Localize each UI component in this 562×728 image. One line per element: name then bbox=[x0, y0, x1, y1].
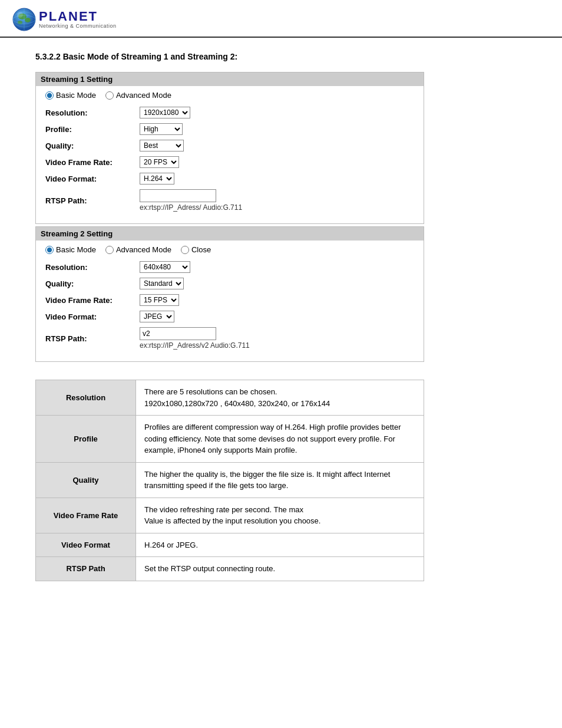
streaming2-format-row: Video Format: JPEG H.264 bbox=[45, 311, 414, 322]
streaming1-format-label: Video Format: bbox=[45, 174, 140, 183]
logo-globe-icon bbox=[12, 7, 37, 32]
streaming2-framerate-label: Video Frame Rate: bbox=[45, 296, 140, 305]
info-table-row: ResolutionThere are 5 resolutions can be… bbox=[36, 380, 424, 416]
logo: PLANET Networking & Communication bbox=[12, 7, 117, 32]
streaming1-basic-mode-radio[interactable] bbox=[45, 91, 54, 100]
info-table-desc-cell: The higher the quality is, the bigger th… bbox=[136, 462, 424, 498]
streaming1-rtsp-input[interactable] bbox=[140, 189, 216, 202]
streaming2-resolution-select[interactable]: 640x480 1920x1080 1280x720 320x240 176x1… bbox=[140, 261, 190, 273]
streaming1-quality-label: Quality: bbox=[45, 141, 140, 150]
info-table-label-cell: RTSP Path bbox=[36, 557, 136, 581]
info-table-desc-cell: Profiles are different compression way o… bbox=[136, 416, 424, 463]
streaming1-resolution-select[interactable]: 1920x1080 1280x720 640x480 320x240 176x1… bbox=[140, 107, 190, 118]
page-title: 5.3.2.2 Basic Mode of Streaming 1 and St… bbox=[35, 52, 527, 61]
info-table-row: QualityThe higher the quality is, the bi… bbox=[36, 462, 424, 498]
streaming1-basic-mode-label: Basic Mode bbox=[56, 91, 96, 100]
streaming2-resolution-row: Resolution: 640x480 1920x1080 1280x720 3… bbox=[45, 261, 414, 273]
info-table-desc-cell: H.264 or JPEG. bbox=[136, 533, 424, 557]
main-content: 5.3.2.2 Basic Mode of Streaming 1 and St… bbox=[0, 38, 562, 595]
streaming1-profile-row: Profile: High Main Baseline bbox=[45, 123, 414, 135]
streaming2-quality-select[interactable]: Standard Best High Low bbox=[140, 278, 184, 289]
streaming1-advanced-mode-label: Advanced Mode bbox=[116, 91, 171, 100]
streaming1-framerate-row: Video Frame Rate: 20 FPS 15 FPS 10 FPS 5… bbox=[45, 156, 414, 168]
streaming1-resolution-label: Resolution: bbox=[45, 108, 140, 117]
streaming2-advanced-mode-label: Advanced Mode bbox=[116, 245, 171, 254]
streaming1-header: Streaming 1 Setting bbox=[36, 73, 424, 86]
svg-point-7 bbox=[17, 12, 23, 18]
logo-planet-label: PLANET bbox=[39, 10, 117, 23]
streaming2-quality-row: Quality: Standard Best High Low bbox=[45, 278, 414, 289]
streaming2-panel: Streaming 2 Setting Basic Mode Advanced … bbox=[35, 226, 424, 362]
logo-text: PLANET Networking & Communication bbox=[39, 10, 117, 29]
streaming2-header: Streaming 2 Setting bbox=[36, 227, 424, 241]
streaming2-quality-label: Quality: bbox=[45, 279, 140, 288]
streaming1-profile-select[interactable]: High Main Baseline bbox=[140, 123, 183, 135]
header: PLANET Networking & Communication bbox=[0, 0, 562, 38]
streaming2-advanced-mode-radio[interactable] bbox=[105, 246, 114, 254]
streaming2-close-mode-radio[interactable] bbox=[181, 246, 189, 254]
info-table-desc-cell: There are 5 resolutions can be chosen.19… bbox=[136, 380, 424, 416]
info-table-row: Video Frame RateThe video refreshing rat… bbox=[36, 498, 424, 533]
streaming1-quality-select[interactable]: Best High Standard Low bbox=[140, 140, 184, 151]
streaming1-quality-row: Quality: Best High Standard Low bbox=[45, 140, 414, 151]
streaming1-body: Basic Mode Advanced Mode Resolution: 192… bbox=[36, 86, 424, 223]
streaming1-rtsp-row: RTSP Path: ex:rtsp://IP_Adress/ Audio:G.… bbox=[45, 189, 414, 212]
streaming1-panel: Streaming 1 Setting Basic Mode Advanced … bbox=[35, 72, 424, 224]
streaming2-advanced-mode-option[interactable]: Advanced Mode bbox=[105, 245, 171, 254]
streaming2-format-label: Video Format: bbox=[45, 312, 140, 321]
info-table-desc-cell: Set the RTSP output connecting route. bbox=[136, 557, 424, 581]
streaming2-body: Basic Mode Advanced Mode Close Resolutio… bbox=[36, 241, 424, 361]
streaming2-rtsp-hint: ex:rtsp://IP_Adress/v2 Audio:G.711 bbox=[140, 341, 250, 350]
streaming2-close-mode-option[interactable]: Close bbox=[181, 245, 211, 254]
info-table-label-cell: Video Format bbox=[36, 533, 136, 557]
streaming1-format-row: Video Format: H.264 JPEG bbox=[45, 173, 414, 185]
streaming2-rtsp-inner bbox=[140, 327, 250, 340]
streaming2-basic-mode-radio[interactable] bbox=[45, 246, 54, 254]
streaming1-basic-mode-option[interactable]: Basic Mode bbox=[45, 91, 96, 100]
streaming2-rtsp-input[interactable] bbox=[140, 327, 216, 340]
streaming2-rtsp-row: RTSP Path: ex:rtsp://IP_Adress/v2 Audio:… bbox=[45, 327, 414, 350]
streaming1-advanced-mode-option[interactable]: Advanced Mode bbox=[105, 91, 171, 100]
info-table-desc-cell: The video refreshing rate per second. Th… bbox=[136, 498, 424, 533]
info-table-row: Video FormatH.264 or JPEG. bbox=[36, 533, 424, 557]
streaming2-resolution-label: Resolution: bbox=[45, 263, 140, 272]
streaming2-rtsp-label: RTSP Path: bbox=[45, 334, 140, 343]
streaming1-format-select[interactable]: H.264 JPEG bbox=[140, 173, 174, 185]
streaming2-basic-mode-option[interactable]: Basic Mode bbox=[45, 245, 96, 254]
info-table-row: RTSP PathSet the RTSP output connecting … bbox=[36, 557, 424, 581]
streaming2-format-select[interactable]: JPEG H.264 bbox=[140, 311, 174, 322]
info-table: ResolutionThere are 5 resolutions can be… bbox=[35, 380, 424, 581]
streaming1-resolution-row: Resolution: 1920x1080 1280x720 640x480 3… bbox=[45, 107, 414, 118]
streaming1-advanced-mode-radio[interactable] bbox=[105, 91, 114, 100]
streaming1-rtsp-inner bbox=[140, 189, 242, 202]
logo-subtitle-label: Networking & Communication bbox=[39, 23, 117, 29]
streaming2-basic-mode-label: Basic Mode bbox=[56, 245, 96, 254]
streaming2-framerate-select[interactable]: 15 FPS 20 FPS 10 FPS 5 FPS bbox=[140, 294, 179, 306]
streaming2-mode-row: Basic Mode Advanced Mode Close bbox=[45, 245, 414, 255]
streaming1-profile-label: Profile: bbox=[45, 125, 140, 134]
info-table-label-cell: Video Frame Rate bbox=[36, 498, 136, 533]
streaming1-rtsp-label: RTSP Path: bbox=[45, 196, 140, 205]
info-table-row: ProfileProfiles are different compressio… bbox=[36, 416, 424, 463]
info-table-label-cell: Quality bbox=[36, 462, 136, 498]
streaming1-rtsp-content: ex:rtsp://IP_Adress/ Audio:G.711 bbox=[140, 189, 242, 212]
streaming2-framerate-row: Video Frame Rate: 15 FPS 20 FPS 10 FPS 5… bbox=[45, 294, 414, 306]
info-table-label-cell: Profile bbox=[36, 416, 136, 463]
streaming2-rtsp-content: ex:rtsp://IP_Adress/v2 Audio:G.711 bbox=[140, 327, 250, 350]
streaming1-framerate-select[interactable]: 20 FPS 15 FPS 10 FPS 5 FPS 1 FPS bbox=[140, 156, 179, 168]
streaming2-close-mode-label: Close bbox=[191, 245, 211, 254]
streaming1-mode-row: Basic Mode Advanced Mode bbox=[45, 91, 414, 101]
streaming1-framerate-label: Video Frame Rate: bbox=[45, 158, 140, 167]
streaming1-rtsp-hint: ex:rtsp://IP_Adress/ Audio:G.711 bbox=[140, 203, 242, 212]
info-table-label-cell: Resolution bbox=[36, 380, 136, 416]
svg-point-2 bbox=[25, 18, 31, 22]
